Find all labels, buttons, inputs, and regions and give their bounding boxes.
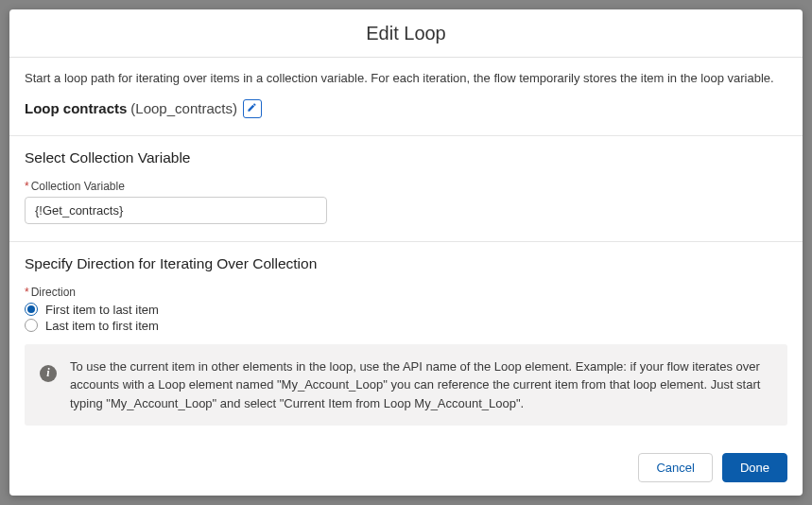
radio-button[interactable] [25,319,38,332]
collection-variable-input[interactable] [25,197,327,224]
collection-variable-section: Select Collection Variable *Collection V… [9,136,803,242]
edit-loop-modal: Edit Loop Start a loop path for iteratin… [9,9,803,496]
done-button[interactable]: Done [722,453,787,482]
modal-footer: Cancel Done [9,440,803,496]
direction-radio-group: First item to last item Last item to fir… [25,303,787,333]
radio-option-first-to-last[interactable]: First item to last item [25,303,787,317]
modal-body: Start a loop path for iterating over ite… [9,58,803,440]
intro-section: Start a loop path for iterating over ite… [9,58,803,136]
modal-title: Edit Loop [9,23,803,44]
required-marker: * [25,286,29,299]
direction-section: Specify Direction for Iterating Over Col… [9,242,803,333]
edit-name-button[interactable] [243,99,262,118]
info-box: i To use the current item in other eleme… [25,344,787,427]
info-icon: i [40,365,57,382]
cancel-button[interactable]: Cancel [638,453,712,482]
loop-name-row: Loop contracts (Loop_contracts) [25,99,787,118]
radio-button[interactable] [25,303,38,316]
required-marker: * [25,180,29,193]
direction-field-label: *Direction [25,286,787,299]
collection-section-title: Select Collection Variable [25,149,787,166]
radio-label: First item to last item [45,303,159,317]
info-text: To use the current item in other element… [70,357,772,413]
pencil-icon [247,101,257,115]
loop-label: Loop contracts [25,100,127,116]
loop-api-name: (Loop_contracts) [130,100,237,116]
modal-header: Edit Loop [9,9,803,58]
collection-variable-label: *Collection Variable [25,180,787,193]
intro-text: Start a loop path for iterating over ite… [25,69,787,88]
direction-section-title: Specify Direction for Iterating Over Col… [25,255,787,272]
radio-label: Last item to first item [45,319,159,333]
radio-option-last-to-first[interactable]: Last item to first item [25,319,787,333]
